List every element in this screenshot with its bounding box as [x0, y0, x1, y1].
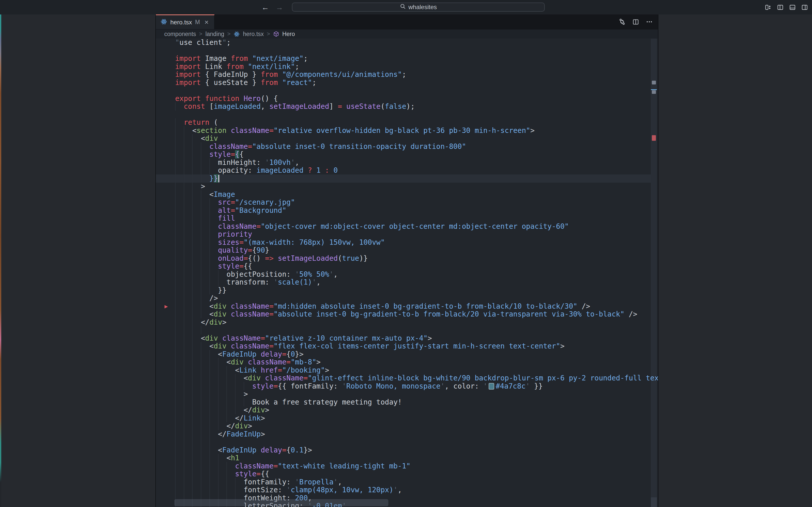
code-line: export function Hero() {: [156, 95, 651, 103]
scrollbar-diff-marker: [652, 81, 656, 84]
breadcrumb-separator: >: [267, 31, 270, 37]
code-line: <FadeInUp delay={0}>: [156, 350, 651, 358]
project-search-input[interactable]: whalesites: [292, 3, 545, 12]
code-line: import { FadeInUp } from "@/components/u…: [156, 70, 651, 78]
titlebar: ← → whalesites: [0, 0, 812, 14]
code-line: "use client";: [156, 39, 651, 47]
code-line: import Link from "next/link";: [156, 63, 651, 71]
horizontal-scrollbar-thumb[interactable]: [174, 499, 388, 506]
code-line: <FadeInUp delay={0.1}>: [156, 446, 651, 454]
code-line: <div className="relative z-10 container …: [156, 334, 651, 342]
git-diff-icon[interactable]: [619, 18, 626, 25]
code-line: </div>: [156, 318, 651, 326]
code-line: sizes="(max-width: 768px) 150vw, 100vw": [156, 238, 651, 246]
code-line: fontFamily: 'Bropella',: [156, 478, 651, 486]
split-pane-icon[interactable]: [632, 18, 639, 25]
code-line: <div className="absolute inset-0 bg-grad…: [156, 310, 651, 318]
forward-button[interactable]: →: [276, 4, 283, 11]
editor-column: hero.tsx M ×: [155, 14, 658, 507]
code-line: }}: [156, 286, 651, 294]
search-icon: [400, 3, 406, 11]
code-line: <Image: [156, 190, 651, 199]
left-dock-toggle-icon[interactable]: [777, 4, 783, 11]
breadcrumb-separator: >: [199, 31, 202, 37]
code-line: style={{: [156, 151, 651, 159]
workspace-dock-buttons: [765, 0, 808, 14]
code-line: >: [156, 182, 651, 190]
code-line: [156, 47, 651, 55]
code-line: <div className="glint-effect inline-bloc…: [156, 374, 651, 382]
back-button[interactable]: ←: [261, 4, 269, 11]
breadcrumb-separator: >: [227, 31, 231, 37]
gutter-marker-icon: ▶: [164, 302, 168, 311]
scrollbar-diff-marker: [652, 135, 656, 141]
react-file-icon: [234, 31, 240, 37]
code-line: opacity: imageLoaded ? 1 : 0: [156, 166, 651, 174]
code-line: <Link href="/booking">: [156, 366, 651, 374]
code-line: fontSize: 'clamp(48px, 10vw, 120px)',: [156, 486, 651, 494]
breadcrumb[interactable]: components > landing > hero.tsx > Hero: [156, 30, 658, 39]
code-line: </FadeInUp>: [156, 430, 651, 438]
scrollbar-diff-marker: [652, 90, 656, 94]
code-line: style={{: [156, 262, 651, 270]
code-line: }}: [156, 174, 651, 183]
code-line: >: [156, 390, 651, 398]
tab-bar-spacer: [214, 14, 619, 29]
code-line: className="object-cover md:object-cover …: [156, 222, 651, 231]
code-line: const [imageLoaded, setImageLoaded] = us…: [156, 103, 651, 111]
editor-actions: [619, 14, 658, 29]
right-padding-area: [658, 14, 812, 507]
code-line: alt="Background": [156, 207, 651, 215]
scrollbar-corner: [651, 497, 657, 507]
project-search-value: whalesites: [408, 4, 437, 11]
breadcrumb-root: components: [164, 31, 196, 38]
right-dock-toggle-icon[interactable]: [801, 4, 808, 11]
color-swatch: [489, 383, 494, 390]
breadcrumb-dir: landing: [205, 31, 224, 38]
code-line: Book a free strategy meeting today!: [156, 398, 651, 406]
code-line: <section className="relative overflow-hi…: [156, 126, 651, 135]
code-line: fill: [156, 214, 651, 222]
code-line: className="text-white leading-tight mb-1…: [156, 462, 651, 470]
symbol-cube-icon: [273, 31, 279, 37]
code-line: quality={90}: [156, 246, 651, 255]
code-line: </div>: [156, 406, 651, 414]
more-menu-icon[interactable]: [646, 18, 653, 25]
code-line: priority: [156, 230, 651, 238]
code-area[interactable]: "use client";import Image from "next/ima…: [156, 39, 658, 507]
tab-title: hero.tsx: [170, 19, 192, 26]
code-line: return (: [156, 118, 651, 126]
code-line: objectPosition: '50% 50%',: [156, 270, 651, 279]
code-line: [156, 111, 651, 119]
code-line: [156, 87, 651, 95]
code-line: [156, 326, 651, 334]
code-line: onLoad={() => setImageLoaded(true)}: [156, 255, 651, 263]
code-line: <div: [156, 134, 651, 143]
code-line: style={{ fontFamily: 'Roboto Mono, monos…: [156, 382, 651, 390]
breadcrumb-symbol: Hero: [282, 31, 295, 38]
left-padding-area: [0, 14, 155, 507]
background-window-edge: [0, 14, 1, 507]
text-cursor: [218, 175, 219, 182]
code-line: style={{: [156, 470, 651, 478]
tab-hero-tsx[interactable]: hero.tsx M ×: [156, 14, 214, 29]
code-line: <h1: [156, 454, 651, 462]
code-line: minHeight: '100vh',: [156, 159, 651, 167]
project-panel-icon[interactable]: [765, 4, 771, 11]
history-nav: ← →: [261, 0, 283, 14]
code-line: <div className="flex flex-col items-cent…: [156, 342, 651, 350]
code-line: <div className="mb-8">: [156, 358, 651, 366]
vertical-scrollbar[interactable]: [651, 39, 657, 507]
bottom-dock-toggle-icon[interactable]: [789, 4, 796, 11]
code-line: src="/scenary.jpg": [156, 198, 651, 207]
code-line: </Link>: [156, 414, 651, 422]
code-line: </div>: [156, 422, 651, 430]
code-line: import { useState } from "react";: [156, 78, 651, 87]
breadcrumb-file: hero.tsx: [243, 31, 264, 38]
react-file-icon: [160, 18, 167, 26]
code-line: />: [156, 294, 651, 302]
scrollbar-cursor-marker: [651, 89, 657, 90]
tab-modified-badge: M: [195, 19, 200, 25]
tab-close-icon[interactable]: ×: [205, 19, 209, 26]
code-line: [156, 438, 651, 446]
